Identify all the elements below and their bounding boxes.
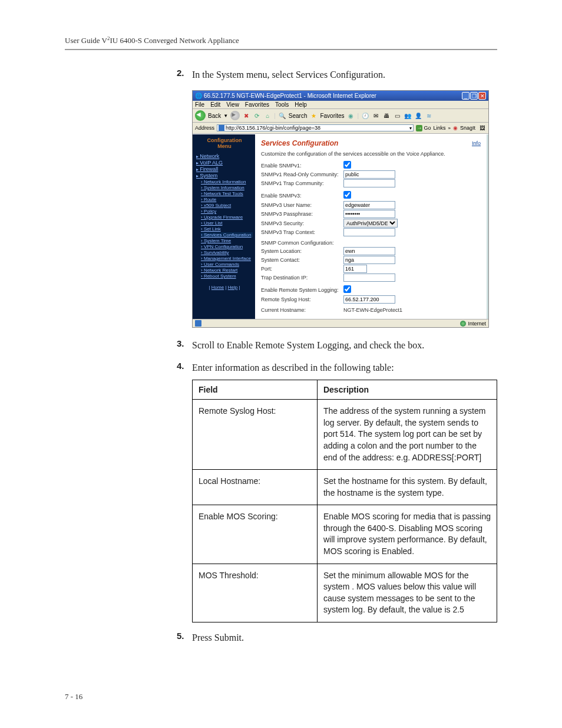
media-icon[interactable]: ◉: [347, 111, 355, 120]
sidebar-help-link[interactable]: Help: [228, 285, 237, 290]
table-header-field: Field: [193, 380, 318, 400]
running-header: User Guide V2IU 6400-S Converged Network…: [65, 35, 497, 45]
print-icon[interactable]: 🖶: [382, 111, 391, 120]
table-cell-field: MOS Threshold:: [193, 564, 318, 622]
sidebar-item-policy[interactable]: Policy: [201, 209, 253, 214]
info-link[interactable]: Info: [472, 140, 481, 146]
home-icon[interactable]: ⌂: [263, 111, 272, 120]
address-dropdown-icon[interactable]: ▾: [409, 126, 412, 131]
sidebar-item-usercmd[interactable]: User Commands: [201, 262, 253, 267]
menu-tools[interactable]: Tools: [275, 101, 289, 108]
step-text-3: Scroll to Enable Remote System Logging, …: [192, 338, 424, 353]
status-page-icon: [195, 320, 201, 327]
menu-view[interactable]: View: [226, 101, 239, 108]
input-sysloc[interactable]: [343, 247, 395, 255]
snagit-label[interactable]: SnagIt: [460, 125, 475, 131]
label-hostname: Current Hostname:: [261, 307, 343, 313]
favorites-label[interactable]: Favorites: [320, 113, 344, 119]
back-dropdown-icon[interactable]: ▼: [223, 113, 228, 118]
table-cell-desc: The address of the system running a syst…: [317, 400, 497, 470]
value-hostname: NGT-EWN-EdgeProtect1: [343, 307, 402, 313]
sidebar-item-survivability[interactable]: Survivability: [201, 250, 253, 255]
sidebar-item-setlink[interactable]: Set Link: [201, 226, 253, 232]
stop-icon[interactable]: ✖: [242, 111, 250, 120]
table-cell-field: Local Hostname:: [193, 470, 318, 505]
discuss-icon[interactable]: 👥: [404, 111, 412, 120]
menu-file[interactable]: File: [195, 101, 204, 108]
menu-help[interactable]: Help: [295, 101, 307, 108]
sidebar-item-firmware[interactable]: Upgrade Firmware: [201, 215, 253, 220]
label-snmpv3-trap: SNMPv3 Trap Context:: [261, 229, 343, 235]
field-description-table: Field Description Remote Syslog Host: Th…: [192, 380, 497, 622]
input-syslog-host[interactable]: [343, 295, 395, 304]
favorites-icon[interactable]: ★: [309, 111, 318, 120]
sidebar-item-nettest[interactable]: Network Test Tools: [201, 191, 253, 196]
scrollbar[interactable]: [487, 134, 488, 319]
config-sidebar: ConfigurationMenu Network VoIP ALG Firew…: [193, 134, 255, 319]
label-syscontact: System Contact:: [261, 257, 343, 263]
mail-icon[interactable]: ✉: [372, 111, 380, 120]
checkbox-enable-snmpv3[interactable]: [343, 191, 351, 199]
back-button[interactable]: ◄: [195, 110, 206, 121]
sidebar-item-sysinfo[interactable]: System Information: [201, 185, 253, 190]
extra-icon[interactable]: ≋: [425, 111, 433, 120]
menu-favorites[interactable]: Favorites: [245, 101, 269, 108]
table-row: Enable MOS Scoring: Enable MOS scoring f…: [193, 505, 497, 564]
checkbox-enable-snmpv1[interactable]: [343, 161, 351, 169]
table-row: Remote Syslog Host: The address of the s…: [193, 400, 497, 470]
input-port[interactable]: [343, 265, 367, 273]
snagit-icon[interactable]: ◉: [453, 125, 458, 131]
input-snmpv3-trap[interactable]: [343, 228, 395, 236]
sidebar-item-netinfo[interactable]: Network Information: [201, 179, 253, 185]
label-snmpv3-pass: SNMPv3 Passphrase:: [261, 211, 343, 217]
minimize-button[interactable]: _: [462, 92, 470, 100]
maximize-button[interactable]: ❐: [470, 92, 478, 100]
page-description: Customize the configuration of the servi…: [261, 151, 481, 157]
sidebar-item-network[interactable]: Network: [196, 153, 253, 159]
back-label[interactable]: Back: [208, 113, 221, 119]
sidebar-item-vpn[interactable]: VPN Configuration: [201, 244, 253, 249]
input-syscontact[interactable]: [343, 256, 395, 264]
sidebar-item-voip[interactable]: VoIP ALG: [196, 160, 253, 166]
ie-menubar: File Edit View Favorites Tools Help: [193, 101, 488, 109]
sidebar-home-link[interactable]: Home: [211, 285, 224, 290]
checkbox-enable-remote-logging[interactable]: [343, 285, 351, 293]
label-snmpv3-sec: SNMPv3 Security:: [261, 220, 343, 226]
sidebar-item-systime[interactable]: System Time: [201, 238, 253, 243]
ie-titlebar: 🌐 66.52.177.5 NGT-EWN-EdgeProtect1 - Mic…: [193, 91, 488, 101]
table-cell-field: Remote Syslog Host:: [193, 400, 318, 470]
input-trapdest[interactable]: [343, 274, 395, 282]
select-snmpv3-sec[interactable]: AuthPriv(MD5/DES): [343, 219, 398, 228]
header-rule: [65, 49, 497, 50]
sidebar-item-system[interactable]: System: [196, 173, 253, 179]
step-number-5: 5.: [177, 631, 192, 645]
sidebar-item-route[interactable]: Route: [201, 197, 253, 202]
input-snmpv3-user[interactable]: [343, 201, 395, 209]
sidebar-item-cert[interactable]: x509 Subject: [201, 203, 253, 208]
search-icon[interactable]: 🔍: [278, 111, 286, 120]
snagit-extra-icon[interactable]: 🖼: [478, 124, 486, 132]
address-input[interactable]: http://63.156.176/cgi-bin/config/page=38…: [217, 124, 414, 131]
sidebar-item-netrestart[interactable]: Network Restart: [201, 268, 253, 273]
input-snmpv3-pass[interactable]: [343, 210, 395, 218]
links-label[interactable]: Links: [434, 125, 446, 131]
ie-addressbar: Address http://63.156.176/cgi-bin/config…: [193, 123, 488, 134]
messenger-icon[interactable]: 👤: [414, 111, 422, 120]
edit-icon[interactable]: ▭: [393, 111, 401, 120]
sidebar-item-services[interactable]: Services Configuration: [201, 232, 253, 238]
sidebar-item-mgmt[interactable]: Management Interface: [201, 256, 253, 261]
menu-edit[interactable]: Edit: [210, 101, 220, 108]
close-button[interactable]: ✕: [478, 92, 486, 100]
refresh-icon[interactable]: ⟳: [253, 111, 261, 120]
sidebar-item-reboot[interactable]: Reboot System: [201, 274, 253, 279]
go-button[interactable]: →Go: [416, 125, 431, 131]
sidebar-item-userlist[interactable]: User List: [201, 220, 253, 226]
input-snmpv1-trap[interactable]: [343, 179, 395, 187]
history-icon[interactable]: 🕘: [361, 111, 369, 120]
sidebar-footer: | Home | Help |: [196, 285, 253, 290]
search-label[interactable]: Search: [289, 113, 308, 119]
input-snmpv1-ro[interactable]: [343, 170, 395, 179]
label-sysloc: System Location:: [261, 248, 343, 254]
forward-button[interactable]: ►: [230, 111, 240, 120]
sidebar-item-firewall[interactable]: Firewall: [196, 166, 253, 172]
